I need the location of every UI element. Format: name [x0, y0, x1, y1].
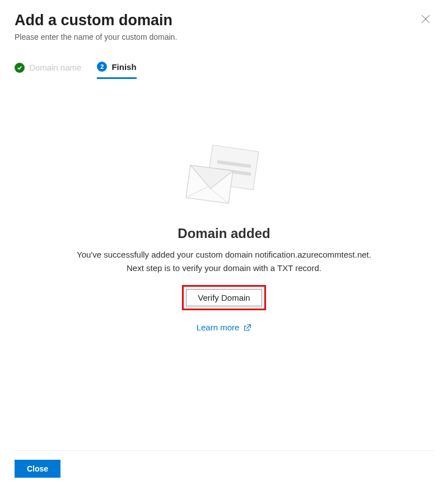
close-icon-button[interactable] [418, 11, 433, 27]
success-message: You've successfully added your custom do… [77, 248, 371, 275]
wizard-step-label: Finish [111, 62, 136, 72]
envelope-illustration [179, 135, 269, 213]
page-subtitle: Please enter the name of your custom dom… [15, 32, 177, 41]
svg-line-9 [247, 325, 251, 329]
wizard-steps: Domain name 2 Finish [15, 62, 433, 79]
step-number-badge: 2 [97, 62, 107, 72]
external-link-icon [244, 324, 251, 332]
verify-domain-button[interactable]: Verify Domain [186, 289, 262, 306]
close-button[interactable]: Close [15, 460, 60, 478]
wizard-step-label: Domain name [29, 63, 81, 72]
close-icon [421, 15, 430, 24]
wizard-step-finish[interactable]: 2 Finish [97, 62, 136, 79]
highlight-box: Verify Domain [182, 285, 265, 310]
success-title: Domain added [178, 226, 270, 241]
page-title: Add a custom domain [15, 11, 177, 29]
wizard-step-domain-name[interactable]: Domain name [15, 62, 81, 79]
check-icon [15, 63, 25, 73]
learn-more-link[interactable]: Learn more [197, 323, 252, 332]
